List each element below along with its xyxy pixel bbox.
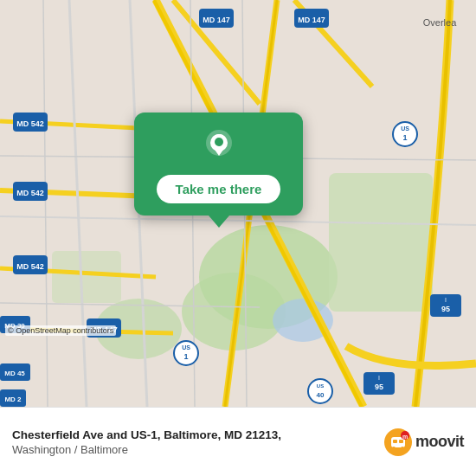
- svg-text:Overlea: Overlea: [423, 17, 457, 28]
- svg-rect-3: [329, 173, 433, 312]
- location-region: Washington / Baltimore: [12, 443, 384, 456]
- svg-rect-66: [399, 440, 403, 443]
- svg-text:MD 542: MD 542: [16, 189, 44, 197]
- svg-text:1: 1: [402, 133, 407, 142]
- svg-text:m: m: [402, 433, 408, 439]
- svg-text:95: 95: [441, 305, 450, 313]
- location-info: Chesterfield Ave and US-1, Baltimore, MD…: [12, 428, 384, 456]
- svg-text:MD 2: MD 2: [4, 396, 22, 403]
- moovit-brand-icon: m: [384, 428, 412, 456]
- svg-text:40: 40: [317, 391, 325, 399]
- svg-text:MD 542: MD 542: [16, 119, 44, 128]
- location-name: Chesterfield Ave and US-1, Baltimore, MD…: [12, 428, 384, 443]
- bottom-bar: Chesterfield Ave and US-1, Baltimore, MD…: [0, 407, 476, 476]
- svg-text:MD 542: MD 542: [16, 262, 44, 271]
- svg-rect-5: [52, 251, 121, 303]
- svg-text:US: US: [401, 125, 409, 132]
- svg-text:1: 1: [183, 352, 188, 361]
- svg-point-62: [215, 138, 223, 146]
- svg-point-67: [392, 447, 396, 450]
- svg-text:MD 45: MD 45: [4, 370, 25, 377]
- svg-rect-65: [393, 440, 397, 443]
- moovit-logo: m moovit: [384, 428, 464, 456]
- take-me-there-button[interactable]: Take me there: [157, 175, 281, 203]
- svg-point-68: [401, 447, 404, 450]
- svg-text:MD 147: MD 147: [298, 16, 325, 24]
- svg-text:US: US: [182, 344, 190, 351]
- svg-text:I: I: [378, 375, 380, 381]
- svg-text:95: 95: [375, 383, 383, 391]
- location-pin-icon: [200, 128, 238, 166]
- moovit-brand-text: moovit: [415, 433, 464, 451]
- map-container: MD 542 MD 542 MD 542 MD 147 MD 147 MD 14…: [0, 0, 476, 407]
- popup-bubble: Take me there: [134, 113, 303, 215]
- svg-text:MD 147: MD 147: [203, 16, 230, 24]
- svg-text:US: US: [317, 383, 324, 389]
- svg-text:I: I: [445, 297, 447, 303]
- osm-attribution: © OpenStreetMap contributors: [5, 325, 116, 336]
